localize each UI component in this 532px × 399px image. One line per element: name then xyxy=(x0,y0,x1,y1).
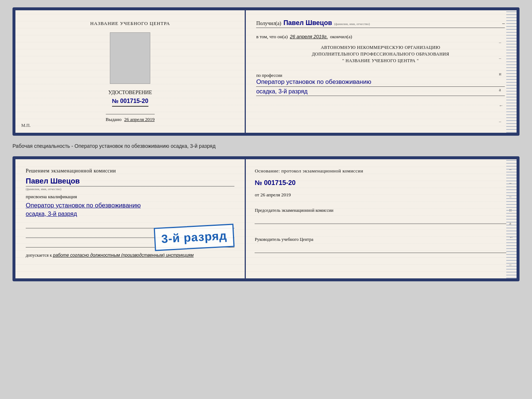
side-dash-3: – xyxy=(499,119,503,124)
cert-number-1: № 001715-20 xyxy=(112,98,148,107)
side-labels-1: – – и а ← – xyxy=(499,40,503,124)
right-panel-2: Основание: протокол экзаменационной коми… xyxy=(246,159,517,278)
proto-number: 001715-20 xyxy=(264,179,296,186)
dopuskaetsya-block: допускается к работе согласно должностны… xyxy=(26,253,234,258)
predsedatel-block: Председатель экзаменационной комиссии xyxy=(255,207,506,224)
between-label: Рабочая специальность - Оператор установ… xyxy=(12,142,520,150)
fio-sub-2: (фамилия, имя, отчество) xyxy=(26,187,234,191)
date-handwritten: 26 апреля 2019г. xyxy=(290,34,328,39)
right-panel-1: Получил(а) Павел Швецов (фамилия, имя, о… xyxy=(246,10,517,133)
proto-prefix: № xyxy=(255,179,262,186)
vydano-date: 26 апреля 2019 xyxy=(124,117,155,122)
v-tom-label: в том, что он(а) xyxy=(256,34,288,40)
po-professii-label: по профессии xyxy=(256,73,505,78)
protocol-number: № 001715-20 xyxy=(255,179,506,187)
dopuskaetsya-label: допускается к xyxy=(26,253,52,258)
dash-1: – xyxy=(502,21,505,26)
stamp-overlay: 3-й разряд xyxy=(154,224,234,251)
side-dash-1: – xyxy=(499,40,503,45)
photo-placeholder xyxy=(110,32,150,84)
document-card-2: Решением экзаменационной комиссии Павел … xyxy=(12,156,520,281)
spine-right-2 xyxy=(506,159,517,278)
rukovoditel-label: Руководитель учебного Центра xyxy=(255,236,506,243)
komissia-title: Решением экзаменационной комиссии xyxy=(26,168,234,174)
ot-prefix: от xyxy=(255,192,259,197)
vydano-label: Выдано xyxy=(106,117,122,122)
org-line1: АВТОНОМНУЮ НЕКОММЕРЧЕСКУЮ ОРГАНИЗАЦИЮ xyxy=(256,44,505,51)
fio-sub-1: (фамилия, имя, отчество) xyxy=(334,22,370,26)
ot-date: от 26 апреля 2019 xyxy=(255,192,506,198)
vydano-line: Выдано 26 апреля 2019 xyxy=(106,114,155,122)
rukovoditel-block: Руководитель учебного Центра xyxy=(255,236,506,253)
specialty-value: осадка, 3-й разряд xyxy=(256,88,505,96)
okончил-label: окончил(а) xyxy=(330,34,352,40)
dopuskaetsya-val: работе согласно должностным (производств… xyxy=(53,253,194,258)
page-wrapper: НАЗВАНИЕ УЧЕБНОГО ЦЕНТРА УДОСТОВЕРЕНИЕ №… xyxy=(12,7,520,281)
profession-block: по профессии Оператор установок по обезв… xyxy=(256,71,505,96)
left-panel-2: Решением экзаменационной комиссии Павел … xyxy=(15,159,246,278)
side-arrow: ← xyxy=(499,103,503,108)
side-i: и xyxy=(499,71,503,77)
rukovoditel-sig xyxy=(255,244,506,253)
predsedatel-sig xyxy=(255,215,506,224)
qualification-text: Оператор установок по обезвоживанию xyxy=(26,201,234,210)
number-prefix-1: № xyxy=(112,98,119,104)
document-card-1: НАЗВАНИЕ УЧЕБНОГО ЦЕНТРА УДОСТОВЕРЕНИЕ №… xyxy=(12,7,520,136)
recipient-line: Получил(а) Павел Швецов (фамилия, имя, о… xyxy=(256,19,505,28)
in-that-line: в том, что он(а) 26 апреля 2019г. окончи… xyxy=(256,34,505,40)
number-value-1: 001715-20 xyxy=(120,98,148,104)
predsedatel-label: Председатель экзаменационной комиссии xyxy=(255,207,506,214)
qualification-sub: осадка, 3-й разряд xyxy=(26,211,234,217)
side-a: а xyxy=(499,87,503,93)
side-dash-2: – xyxy=(499,56,503,61)
org-block: АВТОНОМНУЮ НЕКОММЕРЧЕСКУЮ ОРГАНИЗАЦИЮ ДО… xyxy=(256,44,505,64)
osnovanie-title: Основание: протокол экзаменационной коми… xyxy=(255,168,506,174)
org-line2: ДОПОЛНИТЕЛЬНОГО ПРОФЕССИОНАЛЬНОГО ОБРАЗО… xyxy=(256,51,505,57)
left-panel-1: НАЗВАНИЕ УЧЕБНОГО ЦЕНТРА УДОСТОВЕРЕНИЕ №… xyxy=(15,10,246,133)
fio-sub-text-1: (фамилия, имя, отчество) xyxy=(334,22,370,26)
stamp-text: 3-й разряд xyxy=(161,229,227,246)
prisvoena-label: присвоена квалификация xyxy=(26,194,234,200)
poluchil-label: Получил(а) xyxy=(256,21,281,26)
ot-date-val: 26 апреля 2019 xyxy=(260,192,291,197)
person-name-2: Павел Швецов xyxy=(26,177,234,186)
org-line3: " НАЗВАНИЕ УЧЕБНОГО ЦЕНТРА " xyxy=(256,57,505,64)
udost-label: УДОСТОВЕРЕНИЕ xyxy=(108,90,152,96)
center-title-1: НАЗВАНИЕ УЧЕБНОГО ЦЕНТРА xyxy=(90,21,170,26)
recipient-name: Павел Швецов xyxy=(283,19,332,27)
mp-label: М.П. xyxy=(21,123,30,128)
spine-right-1 xyxy=(506,10,517,133)
profession-value: Оператор установок по обезвоживанию xyxy=(256,78,505,87)
